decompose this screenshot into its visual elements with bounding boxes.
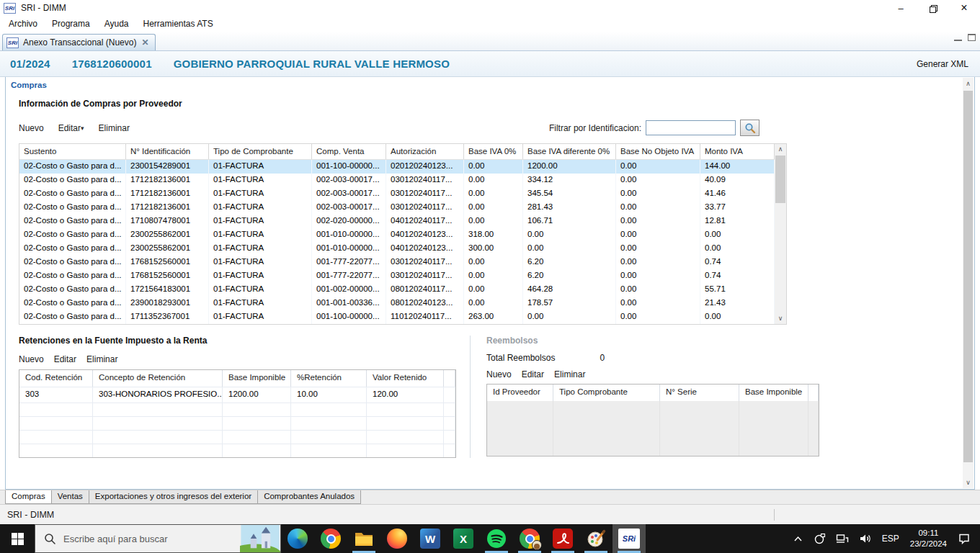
table-row[interactable]: 02-Costo o Gasto para d...17121821360010… <box>19 187 775 201</box>
table-row[interactable]: 02-Costo o Gasto para d...17121821360010… <box>19 174 775 187</box>
ret-nuevo-button[interactable]: Nuevo <box>19 354 44 364</box>
content-scrollbar[interactable]: ∧ ∨ <box>963 78 974 488</box>
column-header[interactable]: Comp. Venta <box>312 144 386 159</box>
scroll-down-icon[interactable]: ∨ <box>775 313 786 324</box>
tray-language[interactable]: ESP <box>877 534 904 544</box>
eliminar-button[interactable]: Eliminar <box>99 123 130 133</box>
taskbar-app-word[interactable]: W <box>414 524 447 553</box>
column-header[interactable]: Base IVA diferente 0% <box>523 144 616 159</box>
minimize-view-icon[interactable] <box>954 34 962 41</box>
start-button[interactable] <box>0 524 35 553</box>
ret-eliminar-button[interactable]: Eliminar <box>86 354 117 364</box>
close-button[interactable]: × <box>948 0 980 16</box>
minimize-button[interactable]: – <box>885 0 917 16</box>
table-row[interactable]: 02-Costo o Gasto para d...17681525600010… <box>19 256 775 269</box>
table-row-empty[interactable] <box>19 403 455 416</box>
taskbar-search[interactable]: Escribe aquí para buscar <box>35 524 281 553</box>
column-header[interactable]: Base IVA 0% <box>464 144 523 159</box>
nuevo-button[interactable]: Nuevo <box>19 123 44 133</box>
table-row[interactable]: 303303-HONORARIOS PROFESIO...1200.0010.0… <box>19 387 455 403</box>
ret-editar-button[interactable]: Editar <box>54 354 76 364</box>
editar-button[interactable]: Editar <box>58 123 81 133</box>
column-header[interactable]: N° Serie <box>660 385 739 401</box>
acrobat-icon <box>553 529 573 549</box>
tray-network-button[interactable] <box>831 533 854 544</box>
taskbar-app-excel[interactable]: X <box>447 524 480 553</box>
restore-button[interactable] <box>917 0 948 16</box>
search-button[interactable] <box>740 120 760 136</box>
editar-dropdown-icon[interactable]: ▾ <box>81 125 84 132</box>
table-cell: 263.00 <box>464 310 523 324</box>
bottom-tab-comprobantes[interactable]: Comprobantes Anulados <box>257 490 361 504</box>
retenciones-toolbar: Nuevo Editar Eliminar <box>19 354 467 364</box>
table-row[interactable]: 02-Costo o Gasto para d...17215641830010… <box>19 283 775 297</box>
menu-ayuda[interactable]: Ayuda <box>97 17 136 30</box>
column-header[interactable]: Valor Retenido <box>367 370 444 387</box>
table-row-empty[interactable] <box>19 416 455 430</box>
taskbar-app-spotify[interactable] <box>480 524 513 553</box>
table-row[interactable]: 02-Costo o Gasto para d...23900182930010… <box>19 297 775 310</box>
content-scroll-thumb[interactable] <box>963 91 973 462</box>
menu-programa[interactable]: Programa <box>45 17 97 30</box>
table-row-empty[interactable] <box>19 430 455 444</box>
column-header[interactable]: Cod. Retención <box>19 370 93 387</box>
taskbar-app-chrome-profile[interactable] <box>513 524 546 553</box>
bottom-tab-exportaciones[interactable]: Exportaciones y otros ingresos del exter… <box>89 490 258 504</box>
table-row-empty[interactable] <box>19 444 455 457</box>
table-row[interactable]: 02-Costo o Gasto para d...23002558620010… <box>19 242 775 256</box>
taskbar-app-edge[interactable] <box>281 524 314 553</box>
column-header[interactable]: Base No Objeto IVA <box>616 144 700 159</box>
table-row[interactable]: 02-Costo o Gasto para d...17113523670010… <box>19 310 775 324</box>
compras-table-scrollbar[interactable]: ∧ ∨ <box>775 144 786 324</box>
app-logo-icon: SRi <box>4 3 16 14</box>
column-header[interactable]: Monto IVA <box>700 144 775 159</box>
table-cell: 0.00 <box>616 256 700 269</box>
taskbar-app-sri-dimm[interactable]: SRi <box>612 524 646 553</box>
table-cell: 2300255862001 <box>126 228 209 242</box>
filter-input[interactable] <box>646 120 736 135</box>
tab-close-icon[interactable]: ✕ <box>141 39 149 46</box>
taskbar-app-paint[interactable] <box>579 524 612 553</box>
column-header[interactable]: Id Proveedor <box>487 385 553 401</box>
scroll-up-icon[interactable]: ∧ <box>775 144 786 155</box>
document-header: 01/2024 1768120600001 GOBIERNO PARROQUIA… <box>0 51 980 77</box>
menu-archivo[interactable]: Archivo <box>1 17 45 30</box>
tray-clock[interactable]: 09:11 23/2/2024 <box>904 528 953 549</box>
table-row[interactable]: 02-Costo o Gasto para d...23001542890010… <box>19 160 775 174</box>
table-row[interactable]: 02-Costo o Gasto para d...17121821360010… <box>19 201 775 215</box>
column-header[interactable]: N° Identificación <box>126 144 209 159</box>
reem-nuevo-button[interactable]: Nuevo <box>486 369 512 379</box>
generar-xml-button[interactable]: Generar XML <box>917 59 968 69</box>
taskbar-app-chrome[interactable] <box>314 524 347 553</box>
bottom-tab-compras[interactable]: Compras <box>5 490 52 504</box>
table-body-column <box>553 401 660 456</box>
column-header[interactable]: Concepto de Retención <box>93 370 223 387</box>
tab-anexo-transaccional[interactable]: SRi Anexo Transaccional (Nuevo) ✕ <box>2 34 156 50</box>
content-scroll-up-icon[interactable]: ∧ <box>963 78 974 89</box>
tray-status-button[interactable] <box>808 533 831 544</box>
table-body-column <box>808 401 819 456</box>
bottom-tab-ventas[interactable]: Ventas <box>51 490 89 504</box>
column-header[interactable]: Sustento <box>19 144 126 159</box>
maximize-view-icon[interactable] <box>968 34 976 41</box>
column-header[interactable]: Tipo de Comprobante <box>209 144 312 159</box>
taskbar-app-file-explorer[interactable] <box>347 524 380 553</box>
reem-eliminar-button[interactable]: Eliminar <box>554 369 585 379</box>
reem-editar-button[interactable]: Editar <box>522 369 544 379</box>
scroll-thumb[interactable] <box>775 156 785 203</box>
content-scroll-down-icon[interactable]: ∨ <box>963 477 974 488</box>
column-header[interactable]: Tipo Comprobante <box>553 385 660 401</box>
menu-herramientas-ats[interactable]: Herramientas ATS <box>136 17 220 30</box>
tray-volume-button[interactable] <box>854 533 877 544</box>
column-header[interactable]: Base Imponible <box>223 370 291 387</box>
column-header[interactable]: %Retención <box>291 370 367 387</box>
taskbar-app-firefox[interactable] <box>380 524 414 553</box>
column-header[interactable]: Autorización <box>386 144 464 159</box>
table-row[interactable]: 02-Costo o Gasto para d...23002558620010… <box>19 228 775 242</box>
column-header[interactable]: Base Imponible <box>739 385 808 401</box>
notification-center-button[interactable] <box>953 533 976 544</box>
table-row[interactable]: 02-Costo o Gasto para d...17108074780010… <box>19 215 775 228</box>
taskbar-app-acrobat[interactable] <box>546 524 579 553</box>
table-row[interactable]: 02-Costo o Gasto para d...17681525600010… <box>19 269 775 283</box>
tray-expand-button[interactable] <box>788 534 808 544</box>
